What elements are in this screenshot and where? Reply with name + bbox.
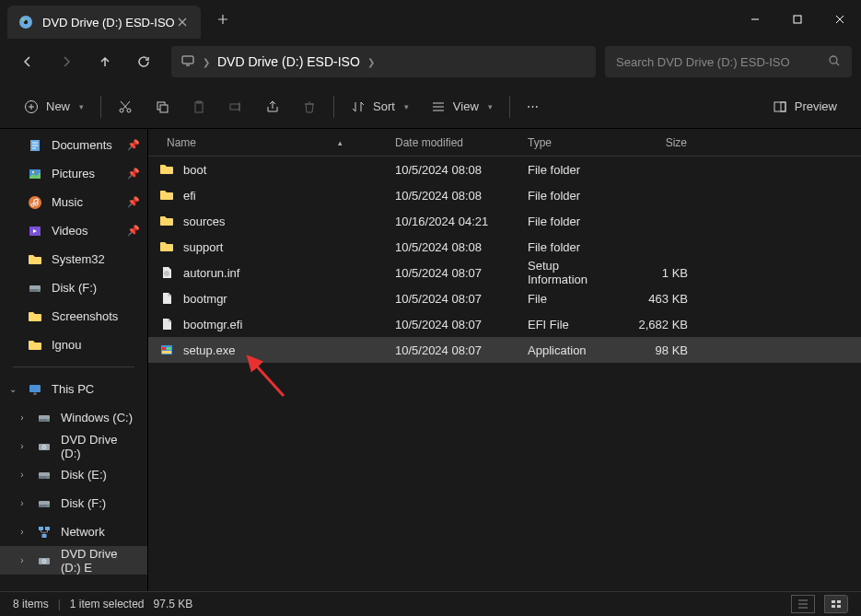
chevron-down-icon: ▾ <box>404 102 409 111</box>
sidebar-item[interactable]: Disk (F:) <box>0 273 147 302</box>
file-name: autorun.inf <box>183 266 239 280</box>
svg-point-22 <box>38 289 40 291</box>
sidebar-label: Screenshots <box>52 309 118 323</box>
preview-icon <box>773 99 787 114</box>
sidebar-label: Pictures <box>52 167 95 180</box>
column-type[interactable]: Type <box>520 129 627 156</box>
sidebar-item[interactable]: Pictures📌 <box>0 159 147 188</box>
chevron-right-icon: ❯ <box>203 57 210 67</box>
chevron-right-icon[interactable]: › <box>17 498 28 508</box>
up-button[interactable] <box>87 45 123 78</box>
file-name: efi <box>183 189 196 203</box>
sort-button[interactable]: Sort ▾ <box>340 90 420 123</box>
svg-rect-10 <box>195 102 203 112</box>
close-button[interactable] <box>819 0 861 39</box>
new-tab-button[interactable] <box>208 5 238 34</box>
sidebar-label: Documents <box>52 138 112 152</box>
address-bar[interactable]: ❯ DVD Drive (D:) ESD-ISO ❯ <box>171 46 596 77</box>
file-row[interactable]: setup.exe 10/5/2024 08:07 Application 98… <box>148 337 861 363</box>
svg-rect-38 <box>42 534 47 538</box>
more-icon: ⋯ <box>527 99 539 113</box>
chevron-right-icon[interactable]: › <box>17 527 28 537</box>
chevron-right-icon[interactable]: › <box>17 441 28 451</box>
new-icon <box>24 99 39 114</box>
sidebar-item[interactable]: System32 <box>0 245 147 273</box>
svg-rect-2 <box>794 16 801 23</box>
sidebar-item[interactable]: ›Disk (E:) <box>0 460 147 489</box>
search-box[interactable] <box>605 46 852 77</box>
maximize-button[interactable] <box>776 0 819 39</box>
file-row[interactable]: bootmgr.efi 10/5/2024 08:07 EFI File 2,6… <box>148 311 861 337</box>
svg-point-26 <box>47 419 49 421</box>
sidebar[interactable]: Documents📌Pictures📌Music📌Videos📌System32… <box>0 129 147 591</box>
file-date: 10/16/2024 04:21 <box>388 215 520 228</box>
sidebar-label: System32 <box>52 252 105 266</box>
sidebar-item[interactable]: ›Windows (C:) <box>0 403 147 432</box>
view-button[interactable]: View ▾ <box>420 90 504 123</box>
sidebar-item[interactable]: ›Network <box>0 517 147 546</box>
separator <box>13 366 134 367</box>
svg-rect-37 <box>45 527 50 530</box>
sidebar-this-pc[interactable]: ⌄This PC <box>0 375 147 403</box>
sidebar-item[interactable]: ›DVD Drive (D:) E <box>0 546 147 575</box>
sidebar-item[interactable]: Documents📌 <box>0 131 147 159</box>
tab-close-button[interactable] <box>175 15 190 29</box>
cut-button[interactable] <box>107 90 144 123</box>
file-row[interactable]: boot 10/5/2024 08:08 File folder <box>148 157 861 182</box>
chevron-right-icon[interactable]: › <box>17 470 28 480</box>
file-date: 10/5/2024 08:07 <box>388 343 520 357</box>
file-row[interactable]: efi 10/5/2024 08:08 File folder <box>148 182 861 208</box>
monitor-icon <box>180 53 195 71</box>
new-button[interactable]: New ▾ <box>13 90 95 123</box>
delete-button[interactable] <box>291 90 328 123</box>
preview-button[interactable]: Preview <box>762 90 848 123</box>
svg-rect-48 <box>837 600 841 603</box>
new-label: New <box>46 99 70 113</box>
search-input[interactable] <box>616 55 828 69</box>
file-row[interactable]: support 10/5/2024 08:08 File folder <box>148 234 861 260</box>
column-name[interactable]: Name▴ <box>148 129 388 156</box>
forward-button[interactable] <box>48 45 85 78</box>
rename-button[interactable] <box>217 90 254 123</box>
column-date[interactable]: Date modified <box>388 129 520 156</box>
sidebar-item[interactable]: ›DVD Drive (D:) <box>0 432 147 460</box>
back-button[interactable] <box>9 45 46 78</box>
sidebar-item[interactable]: Screenshots <box>0 302 147 331</box>
copy-button[interactable] <box>144 90 180 123</box>
minimize-button[interactable] <box>734 0 776 39</box>
sidebar-item[interactable]: Videos📌 <box>0 216 147 245</box>
chevron-down-icon: ▾ <box>488 102 493 111</box>
file-size: 1 KB <box>627 266 699 280</box>
chevron-right-icon[interactable]: › <box>17 555 28 565</box>
file-name: support <box>183 240 223 254</box>
net-icon <box>37 525 52 540</box>
sidebar-label: This PC <box>52 382 94 396</box>
window-tab[interactable]: DVD Drive (D:) ESD-ISO <box>7 6 201 39</box>
sidebar-label: Disk (F:) <box>52 281 97 295</box>
chevron-right-icon[interactable]: › <box>17 413 28 423</box>
icons-view-button[interactable] <box>824 595 848 613</box>
sidebar-item[interactable]: Music📌 <box>0 188 147 216</box>
chevron-down-icon[interactable]: ⌄ <box>7 384 18 394</box>
sidebar-item[interactable]: Ignou <box>0 331 147 359</box>
svg-rect-23 <box>29 385 41 392</box>
file-type: File <box>520 292 627 306</box>
details-view-button[interactable] <box>791 595 815 613</box>
refresh-button[interactable] <box>125 45 162 78</box>
svg-rect-49 <box>832 605 835 608</box>
svg-point-35 <box>47 505 49 506</box>
sidebar-item[interactable]: ›Disk (F:) <box>0 489 147 517</box>
item-count: 8 items <box>13 598 49 610</box>
paste-button[interactable] <box>180 90 217 123</box>
svg-point-4 <box>830 56 837 64</box>
file-row[interactable]: autorun.inf 10/5/2024 08:07 Setup Inform… <box>148 260 861 285</box>
exe-icon <box>159 343 174 357</box>
separator <box>100 96 101 118</box>
share-button[interactable] <box>254 90 291 123</box>
column-size[interactable]: Size <box>627 129 699 156</box>
more-button[interactable]: ⋯ <box>516 90 550 123</box>
folder-icon <box>159 162 174 177</box>
selection-size: 97.5 KB <box>154 598 193 610</box>
file-row[interactable]: bootmgr 10/5/2024 08:07 File 463 KB <box>148 285 861 311</box>
file-row[interactable]: sources 10/16/2024 04:21 File folder <box>148 208 861 234</box>
